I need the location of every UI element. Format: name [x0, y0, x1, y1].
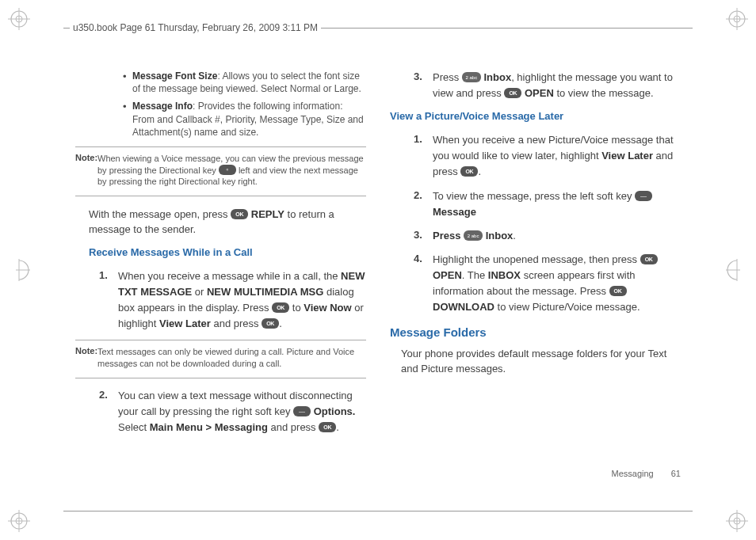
subheading: Receive Messages While in a Call — [89, 245, 366, 260]
subheading: View a Picture/Voice Message Later — [390, 109, 681, 124]
num-key-icon — [462, 72, 481, 82]
ok-key-icon — [262, 318, 279, 329]
crop-mark-icon — [8, 8, 30, 30]
crop-mark-icon — [8, 259, 30, 281]
note: Note: Text messages can only be viewed d… — [75, 345, 366, 370]
num-key-icon — [464, 230, 483, 241]
crop-mark-icon — [726, 259, 748, 281]
list-item: 2. You can view a text message without d… — [90, 388, 366, 435]
ok-key-icon — [272, 302, 289, 313]
list-item: 3. Press Inbox. — [404, 228, 681, 244]
left-column: • Message Font Size: Allows you to selec… — [75, 70, 366, 492]
crop-mark-icon — [8, 510, 30, 532]
page-body: • Message Font Size: Allows you to selec… — [75, 70, 681, 492]
ok-key-icon — [460, 166, 478, 177]
ok-key-icon — [504, 88, 521, 98]
bullet-item: • Message Font Size: Allows you to selec… — [123, 70, 366, 95]
body-text: With the message open, press REPLY to re… — [89, 207, 366, 238]
crop-mark-icon — [726, 8, 748, 30]
page-footer: Messaging61 — [612, 469, 681, 478]
softkey-icon — [635, 191, 652, 201]
ok-key-icon — [640, 254, 658, 264]
list-item: 3. Press Inbox, highlight the message yo… — [404, 70, 681, 101]
right-column: 3. Press Inbox, highlight the message yo… — [390, 70, 681, 492]
page-header: u350.book Page 61 Thursday, February 26,… — [63, 22, 693, 33]
crop-mark-icon — [726, 510, 748, 532]
footer-rule — [63, 511, 693, 511]
ok-key-icon — [319, 422, 336, 432]
list-item: 1. When you receive a message while in a… — [90, 268, 366, 333]
note: Note: When viewing a Voice message, you … — [75, 152, 366, 188]
list-item: 1. When you receive a new Picture/Voice … — [404, 132, 681, 180]
nav-key-icon — [219, 165, 236, 175]
header-text: u350.book Page 61 Thursday, February 26,… — [70, 22, 321, 33]
ok-key-icon — [231, 209, 248, 219]
section-heading: Message Folders — [390, 324, 681, 341]
softkey-icon — [293, 406, 311, 416]
ok-key-icon — [609, 286, 627, 296]
list-item: 4. Highlight the unopened message, then … — [404, 252, 681, 316]
section-body: Your phone provides default message fold… — [401, 347, 681, 377]
list-item: 2. To view the message, press the left s… — [404, 188, 681, 220]
bullet-item: • Message Info: Provides the following i… — [123, 100, 366, 139]
